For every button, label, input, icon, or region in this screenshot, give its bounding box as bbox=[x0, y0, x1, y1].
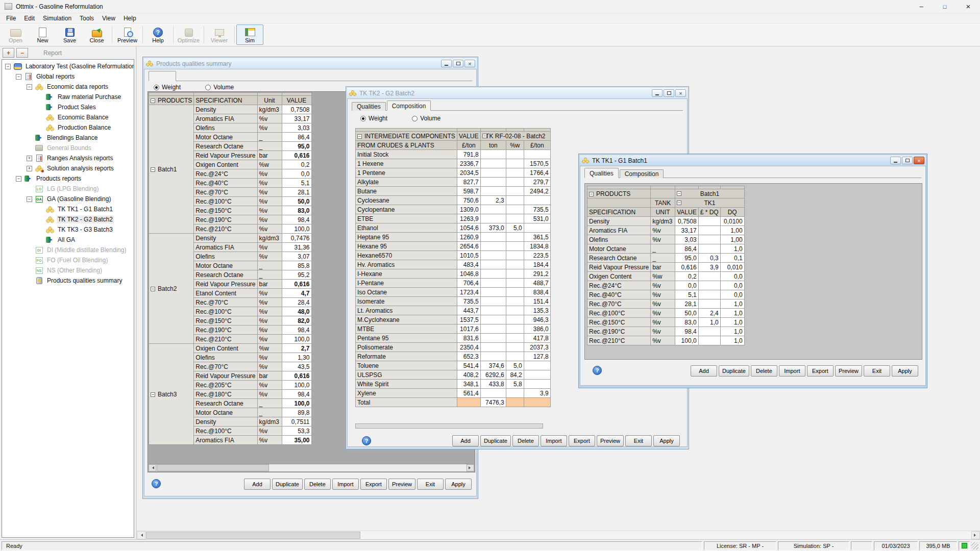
component-cell[interactable]: Cycloesane bbox=[356, 196, 457, 205]
value-cell[interactable]: 735,5 bbox=[457, 297, 480, 306]
ton-cell[interactable] bbox=[480, 251, 506, 260]
price-cell[interactable]: 1834,8 bbox=[524, 242, 550, 251]
spec-cell[interactable]: Rec.@24°C bbox=[587, 281, 651, 290]
tree-item[interactable]: −GAGA (Gasoline Blending) bbox=[2, 194, 134, 204]
pw-cell[interactable] bbox=[506, 324, 524, 334]
weight-radio[interactable]: Weight bbox=[154, 84, 181, 91]
price-cell[interactable]: 184,4 bbox=[524, 260, 550, 269]
collapse-icon[interactable]: − bbox=[16, 176, 21, 182]
window-titlebar[interactable]: TK TK1 - G1 Batch1 bbox=[580, 155, 926, 166]
summary-exit-button[interactable]: Exit bbox=[417, 479, 444, 490]
spec-cell[interactable]: Reid Vapour Pressure bbox=[587, 263, 651, 272]
price-cell[interactable]: 279,7 bbox=[524, 178, 550, 187]
edq-cell[interactable]: 0,3 bbox=[698, 254, 720, 263]
spec-cell[interactable]: Rec.@100°C bbox=[194, 427, 257, 436]
expand-icon[interactable]: + bbox=[27, 166, 32, 171]
tk2-apply-button[interactable]: Apply bbox=[653, 435, 680, 446]
maximize-button[interactable] bbox=[933, 0, 957, 13]
unit-cell[interactable]: %v bbox=[257, 353, 282, 362]
collapse-icon[interactable]: − bbox=[5, 64, 11, 69]
collapse-icon[interactable] bbox=[151, 167, 155, 172]
component-cell[interactable]: 1 Hexene bbox=[356, 159, 457, 168]
tab-composition[interactable]: Composition bbox=[620, 169, 664, 178]
ton-cell[interactable] bbox=[480, 233, 506, 242]
unit-cell[interactable]: kg/dm3 bbox=[257, 234, 282, 243]
value-cell[interactable]: 3,03 bbox=[675, 235, 698, 244]
unit-cell[interactable]: _ bbox=[651, 244, 675, 254]
scroll-left-icon[interactable] bbox=[137, 531, 145, 539]
value-cell[interactable]: 98,4 bbox=[675, 327, 698, 336]
tree-item[interactable]: Raw material Purchase bbox=[2, 92, 134, 102]
spec-cell[interactable]: Rec.@190°C bbox=[587, 327, 651, 336]
tk1-duplicate-button[interactable]: Duplicate bbox=[719, 365, 749, 377]
tk1-delete-button[interactable]: Delete bbox=[751, 365, 777, 377]
toolbar-close-button[interactable]: Close bbox=[83, 24, 110, 45]
window-close-button[interactable] bbox=[914, 157, 924, 164]
pw-cell[interactable] bbox=[506, 214, 524, 223]
component-cell[interactable]: White Spirit bbox=[356, 380, 457, 389]
unit-cell[interactable]: _ bbox=[651, 254, 675, 263]
spec-cell[interactable]: Density bbox=[194, 234, 257, 243]
ton-cell[interactable]: 433,8 bbox=[480, 380, 506, 389]
tk2-import-button[interactable]: Import bbox=[541, 435, 567, 446]
pw-cell[interactable] bbox=[506, 334, 524, 343]
close-button[interactable] bbox=[957, 0, 980, 13]
unit-cell[interactable]: _ bbox=[257, 399, 282, 408]
ton-cell[interactable] bbox=[480, 205, 506, 214]
dq-cell[interactable]: 0,1 bbox=[720, 254, 744, 263]
unit-cell[interactable]: _ bbox=[257, 133, 282, 142]
collapse-icon[interactable] bbox=[151, 98, 155, 103]
collapse-icon[interactable] bbox=[482, 134, 487, 138]
ton-cell[interactable] bbox=[480, 150, 506, 159]
dq-cell[interactable]: 1,0 bbox=[720, 299, 744, 309]
value-cell[interactable]: 1010,5 bbox=[457, 251, 480, 260]
value-cell[interactable]: 1017,6 bbox=[457, 324, 480, 334]
spec-cell[interactable]: Reid Vapour Pressure bbox=[194, 151, 257, 160]
value-cell[interactable]: 5,1 bbox=[282, 179, 311, 188]
value-cell[interactable]: 348,1 bbox=[457, 380, 480, 389]
ton-cell[interactable] bbox=[480, 315, 506, 324]
unit-cell[interactable]: %v bbox=[651, 226, 675, 235]
spec-cell[interactable]: Density bbox=[194, 105, 257, 114]
price-cell[interactable]: 291,2 bbox=[524, 269, 550, 279]
tree-item[interactable]: Products qualities summary bbox=[2, 276, 134, 286]
tk2-preview-button[interactable]: Preview bbox=[597, 435, 624, 446]
component-cell[interactable]: Hv. Aromatics bbox=[356, 260, 457, 269]
spec-cell[interactable]: Reid Vapour Pressure bbox=[194, 280, 257, 289]
summary-import-button[interactable]: Import bbox=[332, 479, 359, 490]
value-cell[interactable]: 706,4 bbox=[457, 279, 480, 288]
value-cell[interactable]: 1,30 bbox=[282, 353, 311, 362]
value-cell[interactable]: 3,07 bbox=[282, 252, 311, 261]
spec-cell[interactable]: Olefins bbox=[194, 353, 257, 362]
unit-cell[interactable]: %w bbox=[651, 272, 675, 281]
spec-cell[interactable]: Research Octane bbox=[194, 270, 257, 280]
pw-cell[interactable] bbox=[506, 343, 524, 352]
component-cell[interactable]: Pentane 95 bbox=[356, 334, 457, 343]
spec-cell[interactable]: Rec.@40°C bbox=[194, 179, 257, 188]
dq-cell[interactable]: 1,00 bbox=[720, 226, 744, 235]
value-cell[interactable]: 2336,7 bbox=[457, 159, 480, 168]
price-cell[interactable]: 3,9 bbox=[524, 389, 550, 398]
table-horizontal-scrollbar[interactable] bbox=[355, 423, 543, 429]
component-cell[interactable]: Lt. Aromatics bbox=[356, 306, 457, 315]
unit-cell[interactable]: %v bbox=[257, 188, 282, 197]
unit-cell[interactable]: %v bbox=[651, 290, 675, 299]
total-cell[interactable] bbox=[524, 398, 550, 407]
menu-file[interactable]: File bbox=[2, 14, 20, 23]
value-cell[interactable]: 28,1 bbox=[675, 299, 698, 309]
ton-cell[interactable] bbox=[480, 288, 506, 297]
window-minimize-button[interactable] bbox=[441, 60, 452, 67]
edq-cell[interactable]: 1,0 bbox=[698, 318, 720, 327]
edq-cell[interactable] bbox=[698, 281, 720, 290]
toolbar-new-button[interactable]: New bbox=[29, 24, 56, 45]
edq-header[interactable]: £ * DQ bbox=[698, 208, 720, 217]
component-cell[interactable]: Polisomerate bbox=[356, 343, 457, 352]
collapse-icon[interactable] bbox=[677, 201, 681, 205]
volume-radio[interactable]: Volume bbox=[412, 115, 440, 122]
ton-cell[interactable] bbox=[480, 324, 506, 334]
value-cell[interactable]: 483,4 bbox=[457, 260, 480, 269]
component-cell[interactable]: Heptane 95 bbox=[356, 233, 457, 242]
unit-cell[interactable]: %v bbox=[257, 215, 282, 224]
value-cell[interactable]: 31,36 bbox=[282, 243, 311, 252]
window-close-button[interactable] bbox=[675, 89, 686, 97]
